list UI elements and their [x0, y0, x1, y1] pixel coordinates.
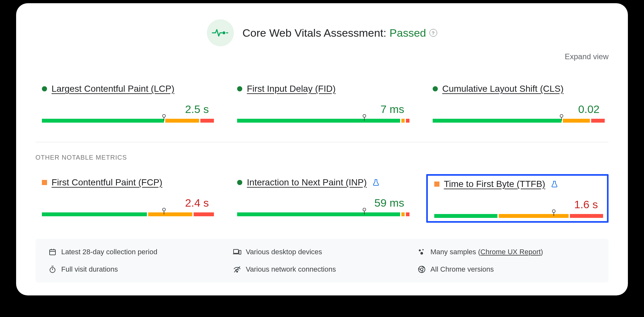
- info-network: Various network connections: [233, 265, 411, 274]
- flask-icon: [551, 181, 558, 188]
- metric-ttfb-bar: [434, 214, 601, 218]
- metric-fid-bar: [237, 119, 407, 123]
- info-samples-text: Many samples (Chrome UX Report): [430, 248, 543, 256]
- info-durations-text: Full visit durations: [61, 265, 118, 274]
- marker-pin-icon: [552, 210, 556, 214]
- svg-point-6: [560, 115, 563, 117]
- marker-pin-icon: [559, 114, 564, 119]
- metric-inp-value: 59 ms: [237, 197, 407, 209]
- devices-icon: [233, 248, 241, 256]
- metric-fcp-value: 2.4 s: [42, 197, 211, 209]
- svg-rect-14: [50, 250, 55, 255]
- pulse-icon: [207, 19, 234, 46]
- help-icon[interactable]: ?: [429, 29, 437, 37]
- svg-point-2: [162, 115, 165, 117]
- metric-ttfb-link[interactable]: Time to First Byte (TTFB): [444, 179, 545, 189]
- metric-ttfb: Time to First Byte (TTFB) 1.6 s: [426, 174, 609, 223]
- metric-fcp-link[interactable]: First Contentful Paint (FCP): [52, 177, 162, 188]
- info-network-text: Various network connections: [246, 265, 336, 274]
- status-square-icon: [434, 182, 439, 187]
- assessment-title: Core Web Vitals Assessment: Passed ?: [242, 27, 437, 39]
- info-devices-text: Various desktop devices: [246, 248, 322, 256]
- svg-point-0: [223, 32, 226, 34]
- svg-point-4: [363, 115, 366, 117]
- svg-point-27: [236, 271, 238, 272]
- core-metrics-grid: Largest Contentful Paint (LCP) 2.5 s Fir…: [35, 80, 609, 126]
- svg-point-8: [162, 208, 165, 211]
- status-dot-icon: [433, 86, 438, 91]
- marker-pin-icon: [162, 208, 166, 212]
- svg-point-12: [553, 210, 555, 213]
- svg-point-21: [419, 249, 421, 251]
- svg-point-23: [420, 252, 423, 255]
- metric-lcp: Largest Contentful Paint (LCP) 2.5 s: [35, 80, 218, 126]
- assessment-title-text: Core Web Vitals Assessment:: [242, 27, 386, 39]
- timer-icon: [48, 265, 57, 274]
- info-period: Latest 28-day collection period: [48, 248, 226, 256]
- metric-lcp-link[interactable]: Largest Contentful Paint (LCP): [52, 84, 174, 94]
- svg-rect-20: [239, 250, 241, 254]
- metric-fid: First Input Delay (FID) 7 ms: [231, 80, 413, 126]
- core-web-vitals-panel: Core Web Vitals Assessment: Passed ? Exp…: [16, 3, 628, 295]
- metric-fcp: First Contentful Paint (FCP) 2.4 s: [35, 174, 218, 223]
- marker-pin-icon: [362, 114, 367, 119]
- status-dot-icon: [42, 86, 47, 91]
- metric-inp-link[interactable]: Interaction to Next Paint (INP): [247, 177, 367, 188]
- calendar-icon: [48, 248, 57, 256]
- svg-point-10: [363, 208, 366, 211]
- metric-cls-link[interactable]: Cumulative Layout Shift (CLS): [442, 84, 564, 94]
- other-metrics-label: OTHER NOTABLE METRICS: [35, 154, 609, 161]
- expand-view-link[interactable]: Expand view: [565, 52, 609, 61]
- metric-ttfb-value: 1.6 s: [434, 198, 601, 211]
- svg-point-22: [422, 249, 424, 250]
- metric-inp: Interaction to Next Paint (INP) 59 ms: [231, 174, 413, 223]
- info-bar: Latest 28-day collection period Various …: [35, 239, 609, 283]
- assessment-header: Core Web Vitals Assessment: Passed ?: [35, 19, 609, 46]
- network-icon: [233, 265, 241, 274]
- chrome-icon: [418, 265, 426, 274]
- marker-pin-icon: [362, 208, 367, 212]
- metric-lcp-bar: [42, 119, 211, 123]
- chrome-ux-report-link[interactable]: Chrome UX Report: [480, 248, 541, 256]
- svg-rect-18: [234, 249, 238, 253]
- status-square-icon: [42, 180, 47, 185]
- info-versions-text: All Chrome versions: [430, 265, 494, 274]
- metric-fid-value: 7 ms: [237, 103, 407, 116]
- metric-fcp-bar: [42, 212, 211, 216]
- status-dot-icon: [237, 86, 242, 91]
- status-dot-icon: [237, 180, 242, 185]
- scatter-icon: [418, 248, 426, 256]
- other-metrics-grid: First Contentful Paint (FCP) 2.4 s Inter…: [35, 174, 609, 223]
- flask-icon: [372, 179, 380, 186]
- info-durations: Full visit durations: [48, 265, 226, 274]
- metric-cls-bar: [433, 119, 602, 123]
- info-devices: Various desktop devices: [233, 248, 411, 256]
- metric-cls-value: 0.02: [433, 103, 602, 116]
- metric-fid-link[interactable]: First Input Delay (FID): [247, 84, 335, 94]
- divider: [35, 142, 609, 142]
- info-samples: Many samples (Chrome UX Report): [418, 248, 596, 256]
- marker-pin-icon: [162, 114, 166, 119]
- info-versions: All Chrome versions: [418, 265, 596, 274]
- metric-cls: Cumulative Layout Shift (CLS) 0.02: [426, 80, 609, 126]
- info-period-text: Latest 28-day collection period: [61, 248, 157, 256]
- metric-inp-bar: [237, 212, 407, 216]
- metric-lcp-value: 2.5 s: [42, 103, 211, 116]
- assessment-status: Passed: [389, 27, 426, 39]
